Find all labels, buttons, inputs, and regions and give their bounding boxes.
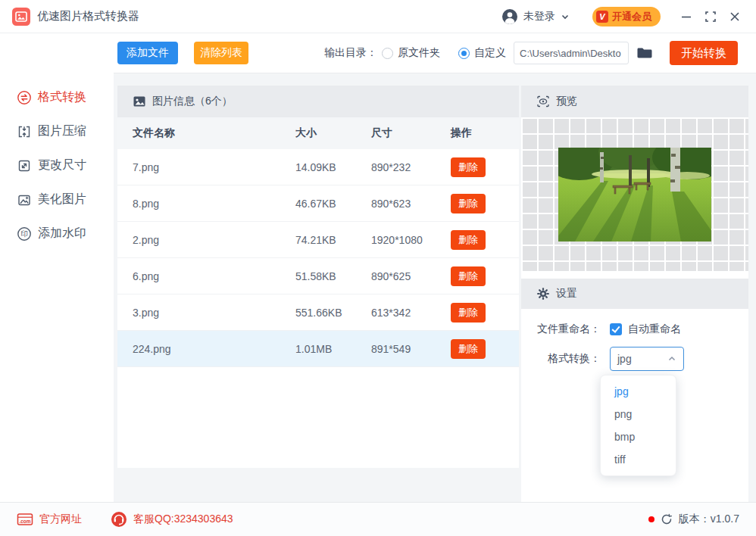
maximize-button[interactable] <box>698 5 723 29</box>
radio-custom-circle[interactable] <box>458 48 470 59</box>
official-site-link[interactable]: .com 官方网址 <box>17 513 82 526</box>
format-option-tiff[interactable]: tiff <box>601 448 676 471</box>
col-filename: 文件名称 <box>133 126 295 140</box>
sidebar-nav: 格式转换图片压缩更改尺寸美化图片印添加水印 <box>0 33 114 502</box>
format-option-png[interactable]: png <box>601 403 676 425</box>
col-size: 大小 <box>295 126 371 140</box>
sidebar-item-watermark[interactable]: 印添加水印 <box>0 217 114 251</box>
table-row[interactable]: 224.png1.01MB891*549删除 <box>117 331 519 367</box>
delete-button[interactable]: 删除 <box>451 230 486 250</box>
watermark-icon: 印 <box>17 226 32 242</box>
format-option-jpg[interactable]: jpg <box>601 380 676 403</box>
table-empty-area <box>117 367 519 468</box>
table-row[interactable]: 2.png74.21KB1920*1080删除 <box>117 222 519 258</box>
window-controls <box>674 5 747 29</box>
sidebar-item-label: 格式转换 <box>38 89 86 105</box>
login-status: 未登录 <box>523 10 555 23</box>
delete-button[interactable]: 删除 <box>451 303 486 323</box>
footer: .com 官方网址 客服QQ:3234303643 版本：v1.0.7 <box>0 502 756 536</box>
radio-source-folder[interactable]: 原文件夹 <box>382 46 440 60</box>
output-dir-label: 输出目录： <box>324 46 377 60</box>
table-row[interactable]: 7.png14.09KB890*232删除 <box>117 149 519 185</box>
vip-label: 开通会员 <box>612 10 651 23</box>
minimize-button[interactable] <box>674 5 698 29</box>
clear-list-button[interactable]: 清除列表 <box>194 42 248 64</box>
resize-icon <box>17 158 32 173</box>
preview-header: 预览 <box>521 86 748 117</box>
user-avatar-icon <box>501 8 518 25</box>
refresh-icon[interactable] <box>661 513 673 525</box>
delete-button[interactable]: 删除 <box>451 157 486 177</box>
auto-rename-checkbox[interactable] <box>610 323 622 335</box>
svg-text:.com: .com <box>19 519 30 524</box>
panel-gap <box>521 271 748 279</box>
compress-icon <box>17 124 32 139</box>
auto-rename-text: 自动重命名 <box>628 323 681 336</box>
format-option-bmp[interactable]: bmp <box>601 425 676 448</box>
open-vip-button[interactable]: V 开通会员 <box>592 7 661 26</box>
app-title: 优速图片格式转换器 <box>37 9 139 23</box>
app-window: 优速图片格式转换器 未登录 V 开通会员 <box>0 0 756 536</box>
version-area: 版本：v1.0.7 <box>648 513 739 526</box>
format-value: jpg <box>617 353 632 365</box>
delete-button[interactable]: 删除 <box>451 339 486 359</box>
delete-button[interactable]: 删除 <box>451 266 486 286</box>
delete-button[interactable]: 删除 <box>451 194 486 213</box>
gear-icon <box>536 287 550 301</box>
browse-folder-icon[interactable] <box>636 46 653 60</box>
preview-title: 预览 <box>556 95 577 108</box>
vip-badge-icon: V <box>596 11 608 23</box>
image-info-icon <box>133 95 146 108</box>
sidebar-item-label: 美化图片 <box>38 192 86 207</box>
sidebar-item-beautify[interactable]: 美化图片 <box>0 182 114 217</box>
file-list-panel: 图片信息（6个） 文件名称 大小 尺寸 操作 7.png14.09KB890*2… <box>117 86 519 468</box>
radio-custom-folder[interactable]: 自定义 <box>458 46 506 60</box>
table-row[interactable]: 8.png46.67KB890*623删除 <box>117 185 519 222</box>
col-actions: 操作 <box>451 126 519 140</box>
website-icon: .com <box>17 513 33 526</box>
format-select[interactable]: jpg <box>610 347 684 371</box>
file-table-body: 7.png14.09KB890*232删除8.png46.67KB890*623… <box>117 149 519 367</box>
settings-header: 设置 <box>521 279 748 309</box>
format-convert-icon <box>17 90 32 105</box>
title-bar: 优速图片格式转换器 未登录 V 开通会员 <box>0 0 756 33</box>
start-convert-button[interactable]: 开始转换 <box>670 41 738 65</box>
transparency-checkerboard <box>521 117 748 271</box>
radio-source-circle[interactable] <box>382 48 393 59</box>
customer-service-icon <box>111 511 127 528</box>
table-row[interactable]: 3.png551.66KB613*342删除 <box>117 294 519 331</box>
status-dot <box>648 516 654 522</box>
sidebar-item-label: 添加水印 <box>38 226 86 242</box>
chevron-down-icon <box>561 12 570 21</box>
chevron-up-icon <box>667 354 676 363</box>
svg-text:印: 印 <box>20 229 28 238</box>
preview-image <box>558 148 711 242</box>
account-menu[interactable]: 未登录 <box>501 8 570 25</box>
col-dimensions: 尺寸 <box>371 126 451 140</box>
settings-title: 设置 <box>556 287 577 301</box>
format-label: 格式转换： <box>530 352 601 366</box>
toolbar: 添加文件 清除列表 输出目录： 原文件夹 自定义 开始转换 <box>114 33 756 73</box>
preview-icon <box>536 95 550 108</box>
service-qq-link[interactable]: 客服QQ:3234303643 <box>111 511 233 528</box>
beautify-icon <box>17 192 32 207</box>
sidebar-item-label: 图片压缩 <box>38 123 86 139</box>
rename-label: 文件重命名： <box>530 323 601 336</box>
close-button[interactable] <box>723 5 747 29</box>
version-text: 版本：v1.0.7 <box>679 513 739 526</box>
app-logo-icon <box>12 8 30 26</box>
add-files-button[interactable]: 添加文件 <box>117 42 178 64</box>
sidebar-item-resize[interactable]: 更改尺寸 <box>0 148 114 182</box>
table-column-headers: 文件名称 大小 尺寸 操作 <box>117 117 519 149</box>
format-dropdown-menu: jpgpngbmptiff <box>600 375 676 476</box>
sidebar-item-compress[interactable]: 图片压缩 <box>0 114 114 148</box>
sidebar-item-label: 更改尺寸 <box>38 157 86 173</box>
file-list-title: 图片信息（6个） <box>152 95 233 108</box>
table-row[interactable]: 6.png51.58KB890*625删除 <box>117 258 519 294</box>
sidebar-item-format-convert[interactable]: 格式转换 <box>0 80 114 114</box>
output-path-input[interactable] <box>514 42 629 64</box>
file-list-header: 图片信息（6个） <box>117 86 519 117</box>
